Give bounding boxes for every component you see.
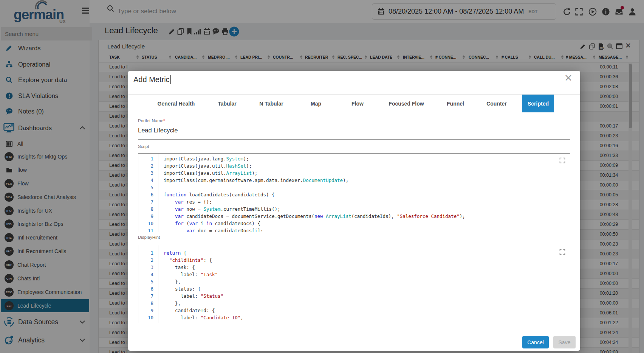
required-asterisk: * xyxy=(163,118,165,123)
line-number: 5 xyxy=(138,278,159,285)
tab-tabular[interactable]: Tabular xyxy=(212,95,242,112)
modal-title[interactable]: Add Metric xyxy=(133,75,171,84)
add-metric-modal: Add Metric × General HealthTabularN Tabu… xyxy=(128,71,580,351)
app-root: germain UX Wizards Operational Explore y… xyxy=(0,0,644,353)
code-line: 4importClass(com.germainsoftware.apm.dat… xyxy=(138,177,570,184)
code-line: 11 var doc = candidateDocs[i]; xyxy=(138,227,570,232)
code-line: 2importClass(java.util.HashSet); xyxy=(138,162,570,170)
portlet-name-input[interactable]: Lead Lifecycle xyxy=(138,127,178,134)
input-underline xyxy=(138,139,570,140)
line-number: 8 xyxy=(138,300,159,307)
line-number: 2 xyxy=(138,162,159,170)
line-number: 11 xyxy=(138,227,159,232)
line-number: 2 xyxy=(138,257,159,264)
code-line: 1importClass(java.lang.System); xyxy=(138,155,570,162)
line-number: 9 xyxy=(138,213,159,220)
code-line: 11 display: 'disabled' xyxy=(138,321,570,323)
code-line: 8 var now = System.currentTimeMillis(); xyxy=(138,205,570,213)
code-line: 3 task: { xyxy=(138,264,570,271)
line-number: 7 xyxy=(138,292,159,300)
line-number: 10 xyxy=(138,220,159,227)
code-line: 6 status: { xyxy=(138,285,570,292)
tab-general-health[interactable]: General Health xyxy=(152,95,200,112)
line-number: 9 xyxy=(138,307,159,314)
line-number: 11 xyxy=(138,321,159,323)
code-line: 1return { xyxy=(138,249,570,257)
line-number: 7 xyxy=(138,198,159,205)
code-line: 5 xyxy=(138,184,570,191)
line-number: 1 xyxy=(138,249,159,257)
tab-focused-flow[interactable]: Focused Flow xyxy=(383,95,429,112)
line-number: 6 xyxy=(138,285,159,292)
code-line: 5 }, xyxy=(138,278,570,285)
line-number: 6 xyxy=(138,191,159,198)
script-editor[interactable]: 1importClass(java.lang.System);2importCl… xyxy=(138,153,570,232)
code-line: 9 var candidateDocs = documentService.ge… xyxy=(138,213,570,220)
metric-type-tabs: General HealthTabularN TabularMapFlowFoc… xyxy=(128,95,580,113)
expand-editor-icon[interactable] xyxy=(559,157,565,163)
script-label: Script xyxy=(138,144,149,149)
line-number: 1 xyxy=(138,155,159,162)
code-line: 10 for (var i in candidateDocs) { xyxy=(138,220,570,227)
line-number: 4 xyxy=(138,177,159,184)
code-line: 4 label: "Task" xyxy=(138,271,570,278)
tab-scripted[interactable]: Scripted xyxy=(522,95,554,112)
expand-editor-icon[interactable] xyxy=(559,249,565,255)
tab-funnel[interactable]: Funnel xyxy=(441,95,469,112)
save-button[interactable]: Save xyxy=(553,336,576,348)
code-line: 8 }, xyxy=(138,300,570,307)
line-number: 3 xyxy=(138,170,159,177)
line-number: 8 xyxy=(138,205,159,213)
gutter-divider xyxy=(158,154,158,232)
close-icon[interactable]: × xyxy=(564,72,573,83)
tab-counter[interactable]: Counter xyxy=(481,95,512,112)
code-line: 7 var res = {}; xyxy=(138,198,570,205)
displayhint-editor[interactable]: 1return {2 "childHints": {3 task: {4 lab… xyxy=(138,245,570,323)
text-cursor xyxy=(170,75,171,84)
gutter-divider xyxy=(158,245,158,323)
displayhint-label: DisplayHint xyxy=(138,235,160,239)
code-line: 10 label: "Candidate ID", xyxy=(138,314,570,321)
line-number: 5 xyxy=(138,184,159,191)
cancel-button[interactable]: Cancel xyxy=(522,336,549,348)
tab-n-tabular[interactable]: N Tabular xyxy=(254,95,289,112)
portlet-name-label: Portlet Name* xyxy=(138,118,165,123)
code-line: 3importClass(java.util.ArrayList); xyxy=(138,170,570,177)
code-line: 7 label: "Status" xyxy=(138,292,570,300)
code-line: 9 candidateId: { xyxy=(138,307,570,314)
line-number: 10 xyxy=(138,314,159,321)
code-line: 6function loadCandidates(candidateIds) { xyxy=(138,191,570,198)
tab-flow[interactable]: Flow xyxy=(346,95,369,112)
code-line: 2 "childHints": { xyxy=(138,257,570,264)
line-number: 4 xyxy=(138,271,159,278)
line-number: 3 xyxy=(138,264,159,271)
tab-map[interactable]: Map xyxy=(305,95,327,112)
